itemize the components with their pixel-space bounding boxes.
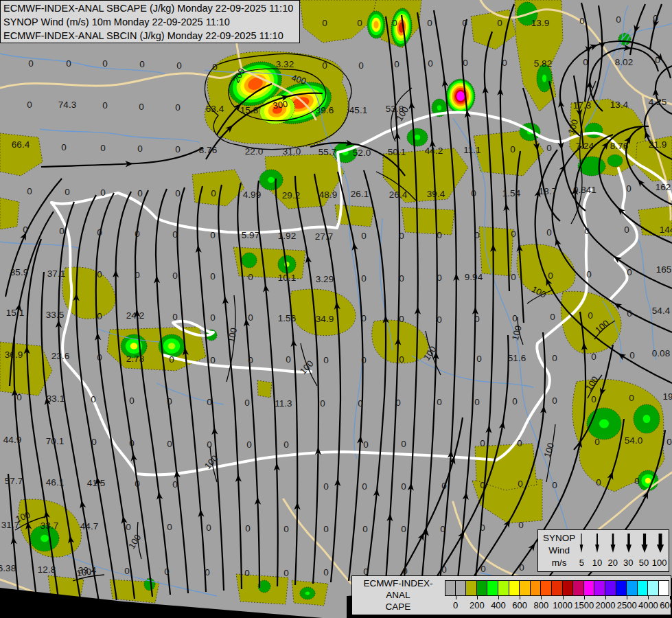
- station-value: 0: [124, 566, 130, 576]
- station-value: 0: [139, 59, 145, 69]
- wind-speed-label: 50: [636, 558, 652, 568]
- station-value: 0: [552, 353, 557, 363]
- station-value: 0: [283, 568, 289, 578]
- station-value: 0: [518, 520, 524, 530]
- station-value: 8.76: [199, 145, 217, 155]
- station-value: 0: [323, 481, 329, 492]
- station-value: 0: [634, 476, 640, 486]
- station-value: 0: [206, 523, 211, 533]
- station-value: 7.24: [576, 141, 594, 151]
- cape-hotspot-level: [130, 343, 138, 350]
- station-value: 63.4: [206, 104, 224, 114]
- station-value: 0: [175, 188, 181, 198]
- station-value: 0: [586, 269, 592, 279]
- station-value: 74.3: [58, 100, 76, 110]
- cape-scale-tick-label: 6000: [655, 600, 672, 610]
- station-value: 0: [667, 437, 672, 447]
- station-value: 44.2: [425, 146, 443, 156]
- cape-scale-tick: [541, 596, 542, 599]
- station-value: 0: [210, 312, 216, 323]
- cape-hotspot-level: [645, 478, 651, 483]
- station-value: 5.97: [242, 230, 259, 240]
- station-value: 0: [23, 225, 28, 235]
- station-value: 52.0: [353, 148, 371, 158]
- station-value: 0: [437, 397, 442, 407]
- wind-legend-title: SYNOP Wind m/s: [543, 532, 575, 569]
- station-value: 0: [519, 562, 524, 573]
- station-value: 0: [286, 354, 291, 365]
- station-value: 0: [137, 144, 143, 154]
- station-value: 8.02: [615, 57, 633, 67]
- station-value: 0: [244, 568, 250, 578]
- cape-hotspot-level: [618, 33, 631, 45]
- station-value: 33.1: [47, 393, 65, 404]
- station-value: 0: [401, 439, 406, 449]
- station-value: 11.1: [463, 145, 480, 155]
- station-value: 0: [394, 59, 399, 69]
- station-value: 0: [248, 272, 253, 282]
- station-value: 0: [401, 481, 406, 492]
- cape-hotspot-level: [168, 343, 176, 350]
- station-value: 13.4: [610, 100, 629, 110]
- station-value: 0: [629, 393, 634, 403]
- station-value: 0: [357, 18, 362, 28]
- station-value: 0: [399, 231, 404, 241]
- station-value: 0: [283, 439, 289, 450]
- station-value: 35.9: [10, 267, 28, 277]
- cape-hotspot-level: [585, 123, 603, 138]
- station-value: 8.76: [610, 141, 628, 151]
- station-value: 0: [427, 18, 432, 28]
- wind-legend-line1: SYNOP: [543, 532, 575, 545]
- station-value: 0: [323, 524, 329, 534]
- contour-label: 300: [273, 99, 289, 111]
- cape-scale-tick: [498, 596, 499, 599]
- station-value: 9.94: [465, 272, 483, 282]
- station-value: 0: [512, 396, 518, 407]
- station-value: 0: [175, 144, 181, 154]
- wind-arrow-head-icon: [657, 545, 664, 553]
- station-value: 0: [463, 58, 468, 68]
- station-value: 36.9: [5, 350, 23, 360]
- station-value: 0: [129, 438, 135, 448]
- station-value: 5.82: [534, 58, 552, 69]
- station-value: 0: [627, 308, 632, 319]
- station-value: 0: [97, 352, 102, 363]
- station-value: 54.0: [625, 435, 642, 446]
- station-value: 39.6: [316, 105, 334, 115]
- station-value: 41.5: [87, 478, 105, 488]
- station-value: 0: [626, 183, 632, 194]
- station-value: 0: [97, 227, 102, 238]
- cape-scale-cell: [466, 580, 477, 596]
- cape-scale-cell: [627, 580, 638, 596]
- station-value: 54.4: [652, 306, 671, 316]
- station-value: 0.08: [652, 348, 670, 358]
- station-value: 26.4: [389, 190, 408, 200]
- wind-arrow-head-icon: [641, 545, 647, 553]
- cape-scale-cell: [487, 580, 498, 596]
- wind-speed-label: 5: [574, 558, 590, 568]
- cape-hotspot-level: [599, 420, 609, 428]
- cape-scale-cell: [445, 580, 456, 596]
- station-value: 0.841: [573, 185, 596, 195]
- cape-legend-title: ECMWF-INDEX-ANAL CAPE J/kg: [352, 577, 444, 618]
- weather-map-view: 00000013.90000000003.320000005.8208.0200…: [0, 0, 672, 618]
- station-value: 0: [437, 314, 442, 325]
- station-value: 0: [627, 267, 632, 277]
- station-value: 0: [246, 439, 252, 450]
- station-value: 15.1: [6, 308, 24, 318]
- station-value: 0: [399, 354, 404, 365]
- station-value: 22.0: [245, 146, 263, 157]
- station-value: 0: [59, 226, 65, 236]
- station-value: 0: [616, 14, 621, 25]
- station-value: 24.2: [126, 310, 144, 321]
- station-value: 70.1: [46, 436, 64, 446]
- station-value: 0: [210, 230, 216, 240]
- cape-hotspot-level: [456, 91, 465, 101]
- station-value: 0: [139, 102, 144, 112]
- cape-scale-cell: [456, 580, 467, 596]
- station-value: 0: [172, 229, 178, 240]
- station-value: 55.7: [318, 147, 336, 157]
- station-value: 0: [212, 62, 218, 72]
- cape-region: [257, 380, 272, 398]
- station-value: 0: [172, 271, 178, 281]
